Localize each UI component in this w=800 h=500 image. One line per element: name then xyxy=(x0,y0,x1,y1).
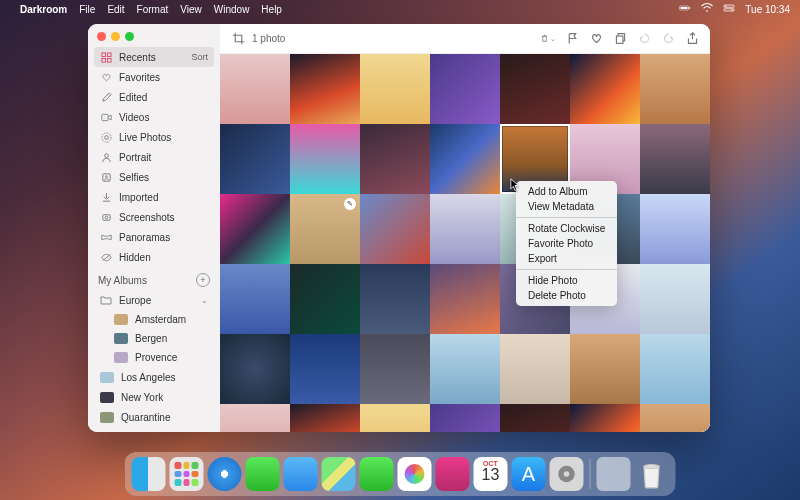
album-amsterdam[interactable]: Amsterdam xyxy=(108,310,214,329)
photo-thumbnail[interactable] xyxy=(290,334,360,404)
photo-thumbnail[interactable] xyxy=(290,124,360,194)
sidebar-item-edited[interactable]: Edited xyxy=(94,87,214,107)
photo-thumbnail[interactable] xyxy=(430,54,500,124)
photo-thumbnail[interactable] xyxy=(360,194,430,264)
dock-downloads[interactable] xyxy=(597,457,631,491)
photo-thumbnail[interactable] xyxy=(430,124,500,194)
dock-settings[interactable] xyxy=(550,457,584,491)
menu-format[interactable]: Format xyxy=(137,4,169,15)
photo-thumbnail[interactable] xyxy=(430,194,500,264)
menu-item-export[interactable]: Export xyxy=(516,251,617,266)
clock[interactable]: Tue 10:34 xyxy=(745,4,790,15)
dock-mail[interactable] xyxy=(284,457,318,491)
sidebar-item-selfies[interactable]: Selfies xyxy=(94,167,214,187)
sidebar-item-live-photos[interactable]: Live Photos xyxy=(94,127,214,147)
photo-thumbnail[interactable] xyxy=(220,194,290,264)
add-album-button[interactable]: + xyxy=(196,273,210,287)
dock-appstore[interactable]: A xyxy=(512,457,546,491)
photo-thumbnail[interactable] xyxy=(290,404,360,432)
album-quarantine[interactable]: Quarantine xyxy=(94,407,214,427)
photo-thumbnail[interactable] xyxy=(360,264,430,334)
sidebar-item-portrait[interactable]: Portrait xyxy=(94,147,214,167)
menu-item-delete-photo[interactable]: Delete Photo xyxy=(516,288,617,303)
photo-thumbnail[interactable] xyxy=(430,404,500,432)
folder-europe[interactable]: Europe ⌄ xyxy=(94,290,214,310)
album-provence[interactable]: Provence xyxy=(108,348,214,367)
sidebar-item-hidden[interactable]: Hidden xyxy=(94,247,214,267)
control-center-icon[interactable] xyxy=(723,2,735,16)
menu-file[interactable]: File xyxy=(79,4,95,15)
dock-finder[interactable] xyxy=(132,457,166,491)
share-icon[interactable] xyxy=(684,31,700,47)
app-name[interactable]: Darkroom xyxy=(20,4,67,15)
photo-thumbnail[interactable] xyxy=(570,404,640,432)
battery-icon[interactable] xyxy=(679,2,691,16)
menu-item-add-to-album[interactable]: Add to Album xyxy=(516,184,617,199)
photo-thumbnail[interactable] xyxy=(640,54,710,124)
photo-thumbnail[interactable] xyxy=(220,54,290,124)
photo-thumbnail[interactable] xyxy=(570,334,640,404)
sidebar-item-screenshots[interactable]: Screenshots xyxy=(94,207,214,227)
menu-view[interactable]: View xyxy=(180,4,202,15)
menu-window[interactable]: Window xyxy=(214,4,250,15)
menu-item-rotate-clockwise[interactable]: Rotate Clockwise xyxy=(516,221,617,236)
sidebar-item-panoramas[interactable]: Panoramas xyxy=(94,227,214,247)
photo-thumbnail[interactable] xyxy=(640,264,710,334)
photo-thumbnail[interactable] xyxy=(290,264,360,334)
photo-thumbnail[interactable] xyxy=(220,334,290,404)
menu-item-view-metadata[interactable]: View Metadata xyxy=(516,199,617,214)
album-los-angeles[interactable]: Los Angeles xyxy=(94,367,214,387)
photo-thumbnail[interactable] xyxy=(570,54,640,124)
copy-icon[interactable] xyxy=(612,31,628,47)
dock-trash[interactable] xyxy=(635,457,669,491)
photo-thumbnail[interactable] xyxy=(290,54,360,124)
menu-item-hide-photo[interactable]: Hide Photo xyxy=(516,273,617,288)
dock-launchpad[interactable] xyxy=(170,457,204,491)
photo-thumbnail[interactable] xyxy=(640,194,710,264)
sort-button[interactable]: Sort xyxy=(191,52,208,62)
sidebar-item-videos[interactable]: Videos xyxy=(94,107,214,127)
dock-photos[interactable] xyxy=(398,457,432,491)
dock-maps[interactable] xyxy=(322,457,356,491)
photo-thumbnail[interactable] xyxy=(640,334,710,404)
zoom-button[interactable] xyxy=(125,32,134,41)
photo-thumbnail[interactable] xyxy=(500,334,570,404)
menu-edit[interactable]: Edit xyxy=(107,4,124,15)
photo-thumbnail[interactable] xyxy=(640,124,710,194)
album-new-york[interactable]: New York xyxy=(94,387,214,407)
wifi-icon[interactable] xyxy=(701,2,713,16)
menu-help[interactable]: Help xyxy=(261,4,282,15)
sidebar-item-favorites[interactable]: Favorites xyxy=(94,67,214,87)
photo-thumbnail[interactable] xyxy=(220,264,290,334)
photo-thumbnail[interactable] xyxy=(360,334,430,404)
photo-thumbnail[interactable] xyxy=(360,404,430,432)
photo-thumbnail[interactable] xyxy=(220,124,290,194)
flag-icon[interactable] xyxy=(564,31,580,47)
minimize-button[interactable] xyxy=(111,32,120,41)
dock-messages[interactable] xyxy=(246,457,280,491)
photo-thumbnail[interactable] xyxy=(500,54,570,124)
dock-safari[interactable] xyxy=(208,457,242,491)
photo-thumbnail[interactable] xyxy=(360,54,430,124)
trash-icon[interactable]: ⌄ xyxy=(540,31,556,47)
photo-thumbnail[interactable] xyxy=(360,124,430,194)
menu-item-favorite-photo[interactable]: Favorite Photo xyxy=(516,236,617,251)
album-bergen[interactable]: Bergen xyxy=(108,329,214,348)
heart-icon[interactable] xyxy=(588,31,604,47)
redo-icon[interactable] xyxy=(660,31,676,47)
photo-thumbnail[interactable]: ✎ xyxy=(290,194,360,264)
undo-icon[interactable] xyxy=(636,31,652,47)
photo-thumbnail[interactable] xyxy=(430,334,500,404)
crop-icon[interactable] xyxy=(230,31,246,47)
dock-darkroom[interactable] xyxy=(436,457,470,491)
dock-facetime[interactable] xyxy=(360,457,394,491)
album-san-francisco[interactable]: San Francisco xyxy=(94,427,214,432)
photo-thumbnail[interactable] xyxy=(640,404,710,432)
photo-thumbnail[interactable] xyxy=(220,404,290,432)
sidebar-item-imported[interactable]: Imported xyxy=(94,187,214,207)
photo-thumbnail[interactable] xyxy=(430,264,500,334)
dock-calendar[interactable]: OCT13 xyxy=(474,457,508,491)
sidebar-item-recents[interactable]: RecentsSort xyxy=(94,47,214,67)
photo-thumbnail[interactable] xyxy=(500,404,570,432)
close-button[interactable] xyxy=(97,32,106,41)
